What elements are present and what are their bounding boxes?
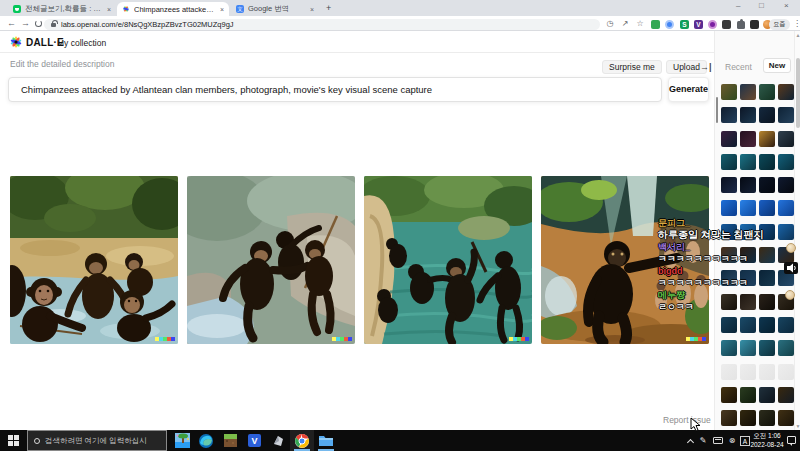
- taskbar-pixel-game-icon[interactable]: [170, 430, 194, 451]
- recent-thumbnail[interactable]: [759, 387, 775, 403]
- recent-thumbnail[interactable]: [721, 294, 737, 310]
- taskbar-edge-icon[interactable]: [194, 430, 218, 451]
- recent-thumbnail[interactable]: [759, 224, 775, 240]
- recent-thumbnail[interactable]: [740, 224, 756, 240]
- taskbar-file-explorer-icon[interactable]: [314, 430, 338, 451]
- recent-thumbnail[interactable]: [740, 270, 756, 286]
- recent-thumbnail[interactable]: [740, 387, 756, 403]
- scroll-down-icon[interactable]: ▼: [795, 423, 800, 429]
- tab-close-icon[interactable]: ×: [220, 6, 224, 13]
- recent-thumbnail[interactable]: [740, 154, 756, 170]
- recent-thumbnail[interactable]: [759, 247, 775, 263]
- recent-thumbnail[interactable]: [778, 154, 794, 170]
- recent-thumbnail[interactable]: [759, 340, 775, 356]
- recent-thumbnail[interactable]: [740, 317, 756, 333]
- recent-thumbnail[interactable]: [721, 131, 737, 147]
- puzzle-extensions-icon[interactable]: [737, 21, 745, 29]
- prompt-input[interactable]: Chimpanzees attacked by Atlantean clan m…: [8, 77, 662, 102]
- generated-image-3[interactable]: [364, 176, 532, 344]
- window-minimize-button[interactable]: –: [736, 1, 740, 10]
- recent-thumbnail[interactable]: [778, 410, 794, 426]
- recent-thumbnail[interactable]: [759, 317, 775, 333]
- taskbar-minecraft-icon[interactable]: [218, 430, 242, 451]
- recent-thumbnail[interactable]: [759, 154, 775, 170]
- taskbar-v-app-icon[interactable]: V: [242, 430, 266, 451]
- recent-thumbnail[interactable]: [740, 294, 756, 310]
- recent-thumbnail[interactable]: [778, 84, 794, 100]
- extension-blue-circle-icon[interactable]: [665, 20, 674, 29]
- extension-dark-icon[interactable]: [722, 20, 731, 29]
- tray-chevron-up-icon[interactable]: [685, 430, 695, 451]
- recent-thumbnail[interactable]: [721, 410, 737, 426]
- generated-image-4[interactable]: [541, 176, 709, 344]
- recent-thumbnail[interactable]: [759, 131, 775, 147]
- recent-thumbnail[interactable]: [721, 340, 737, 356]
- taskbar-gray-3d-app-icon[interactable]: [266, 430, 290, 451]
- tray-pen-icon[interactable]: ✎: [697, 430, 709, 451]
- nav-my-collection[interactable]: My collection: [57, 38, 106, 48]
- recent-thumbnail[interactable]: [721, 84, 737, 100]
- extension-v-icon[interactable]: V: [694, 20, 703, 29]
- bookmark-star-icon[interactable]: ☆: [635, 19, 645, 29]
- generate-button[interactable]: Generate: [668, 77, 709, 102]
- recent-thumbnail[interactable]: [759, 410, 775, 426]
- recent-thumbnail[interactable]: [759, 200, 775, 216]
- recent-thumbnail[interactable]: [778, 387, 794, 403]
- recent-thumbnail[interactable]: [759, 177, 775, 193]
- browser-menu-kebab-icon[interactable]: ⋮: [793, 19, 800, 28]
- recent-thumbnail[interactable]: [778, 107, 794, 123]
- taskbar-search-box[interactable]: 검색하려면 여기에 입력하십시: [27, 430, 167, 451]
- recent-thumbnail[interactable]: [740, 410, 756, 426]
- recent-thumbnail[interactable]: [778, 200, 794, 216]
- recent-thumbnail[interactable]: [721, 224, 737, 240]
- recent-thumbnail[interactable]: [759, 84, 775, 100]
- start-button[interactable]: [0, 430, 27, 451]
- extension-s-icon[interactable]: S: [680, 20, 689, 29]
- recent-thumbnail[interactable]: [721, 200, 737, 216]
- recent-thumbnail[interactable]: [759, 270, 775, 286]
- reload-icon[interactable]: [35, 20, 42, 27]
- recent-thumbnail[interactable]: [759, 364, 775, 380]
- recent-thumbnail[interactable]: [740, 200, 756, 216]
- window-close-button[interactable]: ×: [784, 1, 789, 10]
- recent-thumbnail[interactable]: [778, 224, 794, 240]
- extension-o-circle-icon[interactable]: [708, 20, 717, 29]
- recent-thumbnail[interactable]: [740, 107, 756, 123]
- openai-labs-logo-icon[interactable]: [9, 35, 23, 49]
- surprise-me-button[interactable]: Surprise me: [602, 60, 662, 74]
- browser-profile-chip[interactable]: 요즘: [769, 19, 790, 30]
- reading-list-icon[interactable]: ◷: [605, 19, 615, 29]
- extension-green-icon[interactable]: [651, 20, 660, 29]
- tab-naver-board[interactable]: 전체글보기,확률들 : 통합 게시판 ×: [8, 2, 116, 16]
- recent-thumbnail[interactable]: [740, 247, 756, 263]
- forward-icon[interactable]: →: [21, 18, 30, 28]
- recent-thumbnail[interactable]: [721, 177, 737, 193]
- recent-thumbnail[interactable]: [721, 154, 737, 170]
- tab-dalle-active[interactable]: Chimpanzees attacked by Atlan ×: [117, 2, 229, 16]
- action-center-icon[interactable]: [787, 436, 796, 444]
- sidebar-scroll-indicator[interactable]: [716, 97, 718, 123]
- generated-image-2[interactable]: [187, 176, 355, 344]
- recent-thumbnail[interactable]: [721, 107, 737, 123]
- extension-dark2-icon[interactable]: [750, 20, 759, 29]
- recent-thumbnail[interactable]: [740, 340, 756, 356]
- scroll-up-icon[interactable]: ▲: [795, 32, 800, 38]
- tray-circle-x-icon[interactable]: ⊗: [726, 430, 738, 451]
- recent-thumbnail[interactable]: [778, 340, 794, 356]
- collapse-panel-icon[interactable]: →|: [700, 62, 712, 72]
- recent-thumbnail[interactable]: [759, 294, 775, 310]
- tab-google-translate[interactable]: 文 Google 번역 ×: [231, 2, 319, 16]
- recent-thumbnail[interactable]: [721, 364, 737, 380]
- recent-thumbnail[interactable]: [740, 84, 756, 100]
- recent-thumbnail[interactable]: [721, 317, 737, 333]
- scrollbar-thumb[interactable]: [796, 58, 800, 128]
- generated-image-1[interactable]: [10, 176, 178, 344]
- recent-thumbnail[interactable]: [778, 131, 794, 147]
- recent-thumbnail[interactable]: [740, 364, 756, 380]
- tray-keyboard-icon[interactable]: [711, 430, 725, 451]
- recent-thumbnail[interactable]: [778, 317, 794, 333]
- back-icon[interactable]: ←: [7, 18, 16, 28]
- recent-thumbnail[interactable]: [740, 131, 756, 147]
- recent-thumbnail[interactable]: [721, 270, 737, 286]
- taskbar-chrome-icon[interactable]: [290, 430, 314, 451]
